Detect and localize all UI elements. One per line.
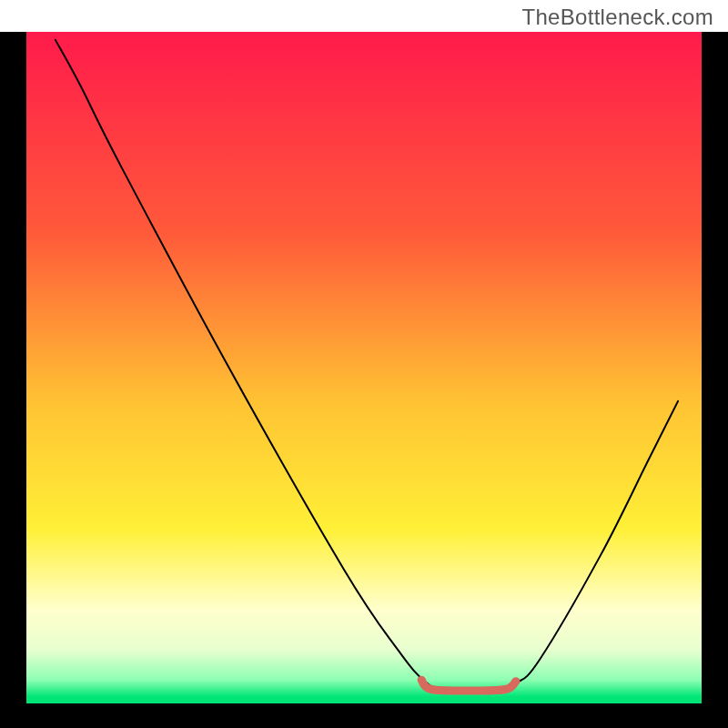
chart-container: TheBottleneck.com [0,0,728,728]
frame-right [702,32,728,728]
watermark-text: TheBottleneck.com [518,3,717,32]
bottleneck-chart [0,0,728,728]
frame-left [0,32,26,728]
frame-bottom [0,703,728,728]
